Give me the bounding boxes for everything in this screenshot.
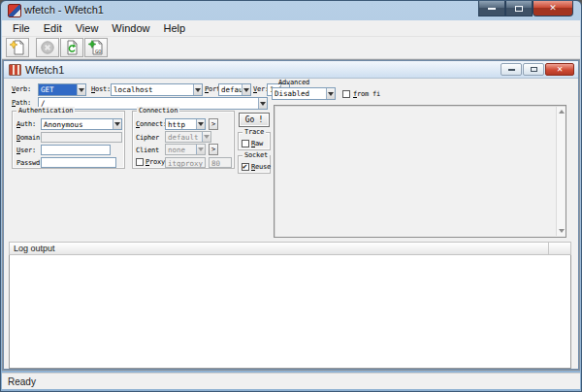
client-more-button[interactable]: > bbox=[209, 144, 218, 155]
verb-label: Verb: bbox=[12, 85, 31, 93]
child-close-button[interactable]: ✕ bbox=[545, 63, 574, 76]
connection-title: Connection bbox=[137, 107, 179, 114]
close-icon: ✕ bbox=[549, 4, 557, 13]
window-titlebar[interactable]: wfetch - Wfetch1 ✕ bbox=[1, 1, 581, 20]
menu-file[interactable]: File bbox=[6, 21, 37, 35]
client-dropdown-icon bbox=[196, 145, 205, 154]
maximize-button[interactable] bbox=[505, 1, 533, 16]
toolbar: GO bbox=[2, 37, 580, 59]
refresh-button[interactable] bbox=[60, 38, 83, 57]
trace-raw-label: Raw bbox=[251, 140, 263, 147]
svg-text:GO: GO bbox=[95, 49, 102, 54]
path-label: Path: bbox=[12, 99, 31, 107]
go-request-button[interactable]: GO bbox=[84, 38, 108, 57]
log-output-area[interactable] bbox=[9, 255, 571, 369]
authentication-title: Authentication bbox=[16, 107, 75, 114]
socket-reuse-checkbox[interactable] bbox=[242, 163, 249, 171]
new-request-icon bbox=[10, 40, 25, 55]
cipher-label: Cipher bbox=[136, 134, 159, 142]
connect-combobox[interactable]: http bbox=[165, 118, 206, 130]
child-close-icon: ✕ bbox=[557, 66, 564, 74]
maximize-icon bbox=[515, 6, 523, 12]
auth-label: Auth: bbox=[16, 120, 36, 128]
host-dropdown-icon[interactable] bbox=[193, 84, 202, 95]
client-label: Client bbox=[136, 147, 159, 154]
connect-dropdown-icon[interactable] bbox=[196, 119, 205, 129]
port-value: default bbox=[219, 84, 242, 95]
user-label: User: bbox=[16, 147, 36, 154]
client-value: none bbox=[166, 145, 196, 154]
wfetch1-window-icon bbox=[9, 64, 21, 76]
stop-icon bbox=[40, 40, 55, 55]
trace-raw-checkbox[interactable] bbox=[242, 140, 249, 147]
menu-window[interactable]: Window bbox=[105, 21, 156, 35]
connect-label: Connect: bbox=[136, 120, 167, 128]
minimize-button[interactable] bbox=[478, 1, 505, 16]
child-restore-button[interactable] bbox=[523, 63, 544, 76]
menu-help[interactable]: Help bbox=[156, 21, 192, 35]
verb-value: GET bbox=[39, 84, 77, 95]
panel-scrollbar[interactable] bbox=[556, 107, 565, 236]
trace-title: Trace bbox=[242, 128, 266, 136]
go-button[interactable]: Go ! bbox=[239, 113, 270, 127]
app-icon bbox=[8, 4, 21, 17]
auth-combobox[interactable]: Anonymous bbox=[41, 118, 122, 130]
request-form: Verb: GET Host: localhost Port default V… bbox=[4, 79, 578, 369]
verb-combobox[interactable]: GET bbox=[38, 83, 86, 96]
path-dropdown-icon[interactable] bbox=[258, 98, 267, 109]
user-field[interactable] bbox=[41, 145, 111, 155]
socket-reuse-label: Reuse bbox=[251, 163, 271, 171]
wfetch-application-window: wfetch - Wfetch1 ✕ File Edit View Window… bbox=[0, 0, 582, 392]
proxy-host-field: itgproxy bbox=[165, 157, 206, 168]
host-value: localhost bbox=[112, 84, 193, 95]
proxy-checkbox[interactable] bbox=[136, 158, 144, 166]
verb-dropdown-icon[interactable] bbox=[77, 84, 85, 95]
domain-field bbox=[41, 132, 122, 143]
advanced-value: Disabled bbox=[273, 88, 326, 99]
scroll-down-icon[interactable] bbox=[559, 229, 565, 233]
host-combobox[interactable]: localhost bbox=[111, 83, 203, 96]
advanced-combobox[interactable]: Disabled bbox=[272, 87, 336, 100]
socket-title: Socket bbox=[242, 151, 270, 159]
scroll-up-icon[interactable] bbox=[559, 110, 565, 114]
refresh-icon bbox=[64, 40, 80, 55]
from-file-checkbox[interactable] bbox=[342, 90, 350, 98]
child-window-titlebar[interactable]: Wfetch1 ✕ bbox=[4, 61, 578, 79]
child-restore-icon bbox=[531, 67, 537, 72]
advanced-label: Advanced bbox=[278, 79, 309, 86]
child-minimize-button[interactable] bbox=[501, 63, 522, 76]
log-output-header: Log output bbox=[9, 242, 571, 255]
connection-group: Connection Connect: http > Cipher defaul… bbox=[132, 111, 235, 169]
minimize-icon bbox=[488, 8, 496, 10]
connect-value: http bbox=[166, 119, 196, 129]
authentication-group: Authentication Auth: Anonymous Domain: U… bbox=[12, 111, 125, 169]
window-title: wfetch - Wfetch1 bbox=[24, 4, 104, 16]
proxy-port-field: 80 bbox=[209, 157, 232, 168]
cipher-combobox: default bbox=[165, 131, 211, 143]
menu-view[interactable]: View bbox=[69, 21, 106, 35]
wfetch1-child-window: Wfetch1 ✕ Verb: GET Host: localhost bbox=[3, 60, 579, 370]
log-output-header-spacer bbox=[549, 243, 570, 254]
client-combobox: none bbox=[165, 144, 206, 155]
request-text-panel[interactable] bbox=[274, 105, 566, 238]
status-bar: Ready bbox=[2, 373, 580, 389]
from-file-label: from fi bbox=[353, 90, 380, 98]
child-minimize-icon bbox=[508, 69, 515, 71]
menu-edit[interactable]: Edit bbox=[37, 21, 69, 35]
auth-dropdown-icon[interactable] bbox=[113, 119, 121, 129]
log-output-header-label[interactable]: Log output bbox=[10, 243, 549, 254]
status-text: Ready bbox=[8, 376, 36, 387]
connect-more-button[interactable]: > bbox=[209, 118, 218, 130]
passwd-field[interactable] bbox=[41, 157, 116, 168]
socket-group: Socket Reuse bbox=[238, 155, 271, 174]
close-button[interactable]: ✕ bbox=[533, 1, 573, 16]
child-window-title: Wfetch1 bbox=[25, 64, 64, 76]
port-combobox[interactable]: default bbox=[218, 83, 251, 96]
advanced-dropdown-icon[interactable] bbox=[326, 88, 335, 99]
go-request-icon: GO bbox=[88, 40, 104, 55]
new-request-button[interactable] bbox=[6, 38, 29, 57]
menu-bar: File Edit View Window Help bbox=[2, 20, 580, 37]
port-dropdown-icon[interactable] bbox=[242, 84, 250, 95]
auth-value: Anonymous bbox=[42, 119, 113, 129]
stop-button bbox=[36, 38, 59, 57]
